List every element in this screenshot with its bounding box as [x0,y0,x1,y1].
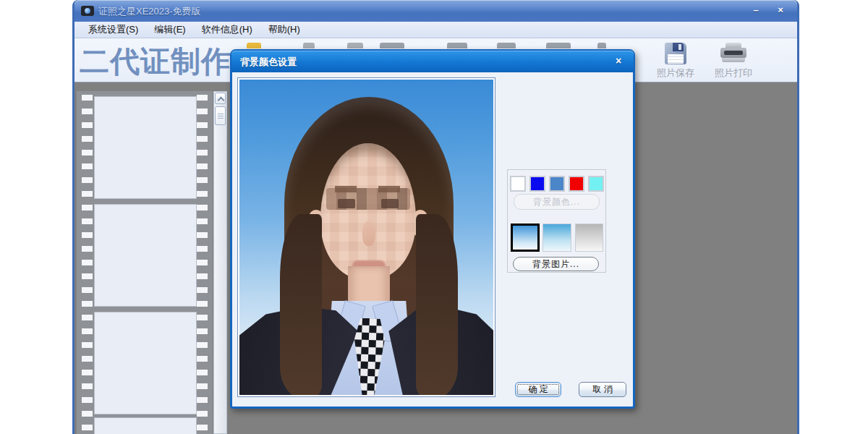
background-color-button-disabled: 背景颜色... [514,194,600,210]
toolbar-icon-partial[interactable] [347,43,363,48]
color-swatch-row [510,176,604,192]
window-titlebar: 证照之星XE2023-免费版 – × [75,0,797,22]
window-title: 证照之星XE2023-免费版 [98,5,201,18]
menu-software-info[interactable]: 软件信息(H) [195,22,259,38]
hair-lock-left [280,214,322,395]
dialog-titlebar[interactable]: 背景颜色设置 × [231,51,634,72]
toolbar-icon-partial[interactable] [497,43,516,48]
scroll-up-button[interactable] [215,93,226,104]
close-button[interactable]: × [771,4,790,17]
film-frame [95,97,196,198]
dialog-title: 背景颜色设置 [240,56,297,69]
film-perforations-right [197,91,208,434]
menu-edit[interactable]: 编辑(E) [148,22,192,38]
eyebrow-right [378,186,400,192]
eye-right [381,199,399,208]
gradient-swatch-gray[interactable] [575,224,603,252]
background-image-button[interactable]: 背景图片... [513,257,599,271]
swatch-white[interactable] [510,176,526,192]
print-photo-label: 照片打印 [707,67,760,80]
cancel-button[interactable]: 取 消 [579,382,626,397]
swatch-cyan[interactable] [588,176,604,192]
print-icon [720,43,747,64]
portrait-photo [239,80,493,395]
menu-system-settings[interactable]: 系统设置(S) [82,22,145,38]
swatch-blue[interactable] [529,176,545,192]
filmstrip-scrollbar[interactable] [213,91,227,434]
gradient-swatch-blue-selected[interactable] [511,224,540,252]
menu-help[interactable]: 帮助(H) [262,22,307,38]
save-photo-button[interactable]: 照片保存 [650,43,702,80]
menu-bar: 系统设置(S) 编辑(E) 软件信息(H) 帮助(H) [75,22,797,38]
ok-button[interactable]: 确 定 [515,382,561,397]
nose [362,221,375,246]
toolbar-icon-partial[interactable] [380,43,404,48]
photo-preview-box [237,77,495,397]
film-perforations-left [82,91,93,434]
dialog-close-icon[interactable]: × [610,54,626,67]
film-frame [95,205,196,306]
toolbar-icon-partial[interactable] [247,43,261,48]
toolbar-icon-partial[interactable] [447,43,467,48]
chevron-up-icon [218,97,225,104]
toolbar-icon-partial[interactable] [597,43,606,48]
eye-left [338,199,355,208]
toolbar-icon-partial[interactable] [303,43,315,48]
page-title: 二代证制作 [80,42,231,82]
minimize-button[interactable]: – [746,4,765,17]
film-frame [95,418,196,434]
print-photo-button[interactable]: 照片打印 [707,43,760,80]
hair-lock-right [416,214,458,395]
eyebrow-left [335,186,357,192]
background-color-dialog: 背景颜色设置 × [230,49,635,409]
film-frame [95,312,196,414]
camera-app-icon [81,6,94,16]
save-photo-label: 照片保存 [650,67,702,80]
toolbar-icon-partial[interactable] [546,43,571,48]
swatch-steel-blue[interactable] [549,176,565,192]
gradient-swatch-cyan[interactable] [542,224,571,252]
filmstrip-thumbnail-panel [77,91,213,434]
save-icon [665,43,686,64]
swatch-red[interactable] [569,176,584,192]
scrollbar-thumb[interactable] [215,106,226,125]
